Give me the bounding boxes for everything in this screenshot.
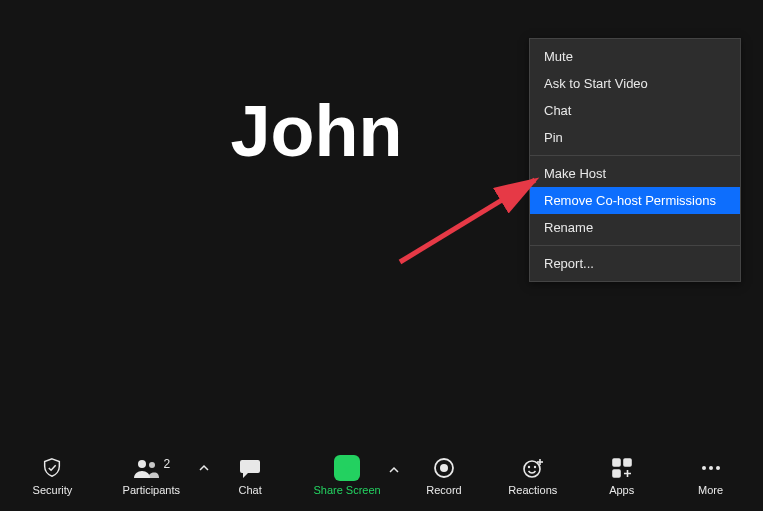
more-icon [699,455,723,481]
participants-button[interactable]: 2 Participants [109,455,193,496]
shield-icon [41,455,63,481]
reactions-icon [521,455,545,481]
svg-point-13 [702,466,706,470]
menu-item-make-host[interactable]: Make Host [530,160,740,187]
apps-button[interactable]: Apps [590,455,654,496]
menu-item-remove-cohost[interactable]: Remove Co-host Permissions [530,187,740,214]
svg-rect-12 [613,470,620,477]
record-button[interactable]: Record [412,455,476,496]
share-screen-button[interactable]: Share Screen [307,455,387,496]
share-screen-label: Share Screen [313,484,380,496]
chat-button[interactable]: Chat [218,455,282,496]
svg-rect-10 [613,459,620,466]
record-icon [433,455,455,481]
share-chevron-icon[interactable] [389,465,399,477]
participants-chevron-icon[interactable] [199,463,209,475]
participant-display-name: John [231,90,403,172]
apps-label: Apps [609,484,634,496]
bottom-toolbar: Security 2 Participants Chat Share Scree… [0,441,763,511]
security-label: Security [33,484,73,496]
share-screen-icon [334,455,360,481]
svg-point-7 [534,465,536,467]
participants-icon: 2 [132,455,170,481]
security-button[interactable]: Security [20,455,84,496]
svg-point-6 [528,465,530,467]
reactions-button[interactable]: Reactions [501,455,565,496]
more-button[interactable]: More [679,455,743,496]
more-label: More [698,484,723,496]
menu-item-pin[interactable]: Pin [530,124,740,151]
menu-item-chat[interactable]: Chat [530,97,740,124]
svg-point-5 [524,461,540,477]
svg-rect-11 [624,459,631,466]
menu-item-report[interactable]: Report... [530,250,740,277]
menu-item-rename[interactable]: Rename [530,214,740,241]
chat-icon [238,455,262,481]
reactions-label: Reactions [508,484,557,496]
menu-item-ask-start-video[interactable]: Ask to Start Video [530,70,740,97]
record-label: Record [426,484,461,496]
svg-point-1 [138,460,146,468]
apps-icon [611,455,633,481]
menu-item-mute[interactable]: Mute [530,43,740,70]
participant-context-menu: Mute Ask to Start Video Chat Pin Make Ho… [529,38,741,282]
chat-label: Chat [239,484,262,496]
participants-count: 2 [163,457,170,471]
svg-point-2 [149,462,155,468]
svg-point-15 [716,466,720,470]
svg-point-4 [440,464,448,472]
participants-label: Participants [123,484,180,496]
svg-point-14 [709,466,713,470]
